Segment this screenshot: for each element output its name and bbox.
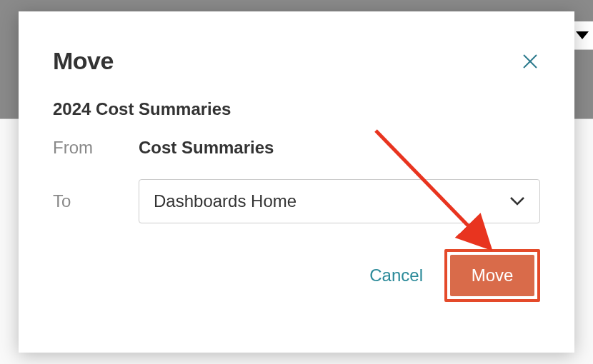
to-label: To bbox=[53, 191, 139, 211]
from-row: From Cost Summaries bbox=[53, 138, 540, 158]
background-dropdown-caret bbox=[572, 21, 593, 50]
close-button[interactable] bbox=[520, 51, 540, 71]
destination-select[interactable]: Dashboards Home bbox=[139, 179, 540, 223]
to-row: To Dashboards Home bbox=[53, 179, 540, 223]
close-icon bbox=[522, 54, 538, 69]
destination-selected-value: Dashboards Home bbox=[154, 191, 296, 211]
dialog-title: Move bbox=[53, 47, 114, 75]
from-value: Cost Summaries bbox=[139, 138, 274, 158]
chevron-down-icon bbox=[509, 196, 525, 206]
dialog-header: Move bbox=[53, 47, 540, 75]
move-dialog: Move 2024 Cost Summaries From Cost Summa… bbox=[19, 11, 574, 353]
move-button-highlight: Move bbox=[444, 249, 540, 302]
cancel-button[interactable]: Cancel bbox=[369, 266, 423, 285]
item-name: 2024 Cost Summaries bbox=[53, 99, 540, 119]
move-button[interactable]: Move bbox=[450, 255, 534, 296]
dialog-actions: Cancel Move bbox=[53, 249, 540, 302]
from-label: From bbox=[53, 138, 139, 158]
